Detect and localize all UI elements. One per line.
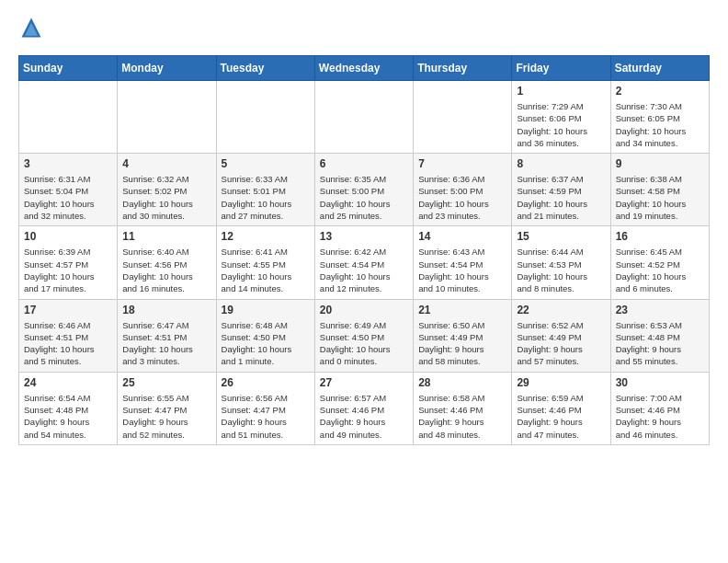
day-number: 12 [222,230,310,243]
day-info: Sunrise: 6:46 AM Sunset: 4:51 PM Dayligh… [24,319,112,368]
calendar-cell: 12Sunrise: 6:41 AM Sunset: 4:55 PM Dayli… [216,226,314,299]
day-info: Sunrise: 6:49 AM Sunset: 4:50 PM Dayligh… [320,319,408,368]
day-info: Sunrise: 6:32 AM Sunset: 5:02 PM Dayligh… [122,173,210,222]
calendar-cell: 27Sunrise: 6:57 AM Sunset: 4:46 PM Dayli… [314,372,413,444]
calendar-cell [216,81,314,154]
day-number: 10 [24,230,112,243]
calendar-cell [414,81,512,154]
calendar-cell: 24Sunrise: 6:54 AM Sunset: 4:48 PM Dayli… [19,372,118,444]
day-info: Sunrise: 6:38 AM Sunset: 4:58 PM Dayligh… [616,173,704,222]
calendar-cell: 16Sunrise: 6:45 AM Sunset: 4:52 PM Dayli… [610,226,709,299]
calendar-header-row: SundayMondayTuesdayWednesdayThursdayFrid… [19,56,710,81]
day-info: Sunrise: 6:45 AM Sunset: 4:52 PM Dayligh… [616,246,704,294]
day-number: 1 [517,85,605,98]
day-number: 30 [616,376,704,389]
logo [18,15,48,40]
day-info: Sunrise: 7:30 AM Sunset: 6:05 PM Dayligh… [616,100,704,149]
calendar-cell: 14Sunrise: 6:43 AM Sunset: 4:54 PM Dayli… [414,226,512,299]
calendar-cell [314,81,413,154]
calendar-cell: 21Sunrise: 6:50 AM Sunset: 4:49 PM Dayli… [414,299,512,372]
calendar-cell: 20Sunrise: 6:49 AM Sunset: 4:50 PM Dayli… [314,299,413,372]
day-number: 7 [418,157,506,170]
calendar-cell: 30Sunrise: 7:00 AM Sunset: 4:46 PM Dayli… [610,372,709,444]
day-number: 24 [24,376,112,389]
day-info: Sunrise: 6:50 AM Sunset: 4:49 PM Dayligh… [418,319,506,368]
calendar-cell: 15Sunrise: 6:44 AM Sunset: 4:53 PM Dayli… [512,226,610,299]
day-info: Sunrise: 6:53 AM Sunset: 4:48 PM Dayligh… [616,319,704,368]
calendar-day-header: Saturday [610,56,709,81]
calendar-cell: 11Sunrise: 6:40 AM Sunset: 4:56 PM Dayli… [118,226,216,299]
day-info: Sunrise: 6:54 AM Sunset: 4:48 PM Dayligh… [24,392,112,441]
calendar-cell: 19Sunrise: 6:48 AM Sunset: 4:50 PM Dayli… [216,299,314,372]
calendar-cell: 29Sunrise: 6:59 AM Sunset: 4:46 PM Dayli… [512,372,610,444]
calendar-day-header: Tuesday [216,56,314,81]
calendar-week-row: 24Sunrise: 6:54 AM Sunset: 4:48 PM Dayli… [19,372,710,444]
calendar-cell: 28Sunrise: 6:58 AM Sunset: 4:46 PM Dayli… [414,372,512,444]
calendar-week-row: 17Sunrise: 6:46 AM Sunset: 4:51 PM Dayli… [19,299,710,372]
calendar-week-row: 1Sunrise: 7:29 AM Sunset: 6:06 PM Daylig… [19,81,710,154]
calendar-day-header: Friday [512,56,610,81]
calendar-cell: 6Sunrise: 6:35 AM Sunset: 5:00 PM Daylig… [314,154,413,226]
calendar-day-header: Sunday [19,56,118,81]
day-number: 19 [222,304,310,316]
calendar-cell: 2Sunrise: 7:30 AM Sunset: 6:05 PM Daylig… [610,81,709,154]
day-number: 4 [122,157,210,170]
calendar-cell: 10Sunrise: 6:39 AM Sunset: 4:57 PM Dayli… [19,226,118,299]
calendar-cell: 18Sunrise: 6:47 AM Sunset: 4:51 PM Dayli… [118,299,216,372]
page: SundayMondayTuesdayWednesdayThursdayFrid… [0,0,728,464]
day-number: 2 [616,85,704,98]
day-info: Sunrise: 6:41 AM Sunset: 4:55 PM Dayligh… [222,246,310,294]
day-info: Sunrise: 6:52 AM Sunset: 4:49 PM Dayligh… [517,319,605,368]
day-info: Sunrise: 6:31 AM Sunset: 5:04 PM Dayligh… [24,173,112,222]
day-number: 18 [122,304,210,316]
calendar-cell: 17Sunrise: 6:46 AM Sunset: 4:51 PM Dayli… [19,299,118,372]
day-info: Sunrise: 6:59 AM Sunset: 4:46 PM Dayligh… [517,392,605,441]
calendar-cell: 26Sunrise: 6:56 AM Sunset: 4:47 PM Dayli… [216,372,314,444]
day-number: 13 [320,230,408,243]
day-info: Sunrise: 6:37 AM Sunset: 4:59 PM Dayligh… [517,173,605,222]
day-info: Sunrise: 6:39 AM Sunset: 4:57 PM Dayligh… [24,246,112,294]
day-number: 11 [122,230,210,243]
day-number: 22 [517,304,605,316]
day-info: Sunrise: 6:56 AM Sunset: 4:47 PM Dayligh… [222,392,310,441]
day-number: 17 [24,304,112,316]
day-info: Sunrise: 6:35 AM Sunset: 5:00 PM Dayligh… [320,173,408,222]
day-number: 9 [616,157,704,170]
calendar-week-row: 10Sunrise: 6:39 AM Sunset: 4:57 PM Dayli… [19,226,710,299]
calendar-table: SundayMondayTuesdayWednesdayThursdayFrid… [18,55,710,445]
day-info: Sunrise: 6:58 AM Sunset: 4:46 PM Dayligh… [418,392,506,441]
calendar-cell: 5Sunrise: 6:33 AM Sunset: 5:01 PM Daylig… [216,154,314,226]
day-number: 28 [418,376,506,389]
day-number: 20 [320,304,408,316]
calendar-week-row: 3Sunrise: 6:31 AM Sunset: 5:04 PM Daylig… [19,154,710,226]
day-number: 26 [222,376,310,389]
calendar-cell: 9Sunrise: 6:38 AM Sunset: 4:58 PM Daylig… [610,154,709,226]
calendar-cell: 4Sunrise: 6:32 AM Sunset: 5:02 PM Daylig… [118,154,216,226]
day-number: 21 [418,304,506,316]
day-info: Sunrise: 7:29 AM Sunset: 6:06 PM Dayligh… [517,100,605,149]
day-number: 29 [517,376,605,389]
day-info: Sunrise: 6:33 AM Sunset: 5:01 PM Dayligh… [222,173,310,222]
calendar-cell [118,81,216,154]
header [18,15,710,40]
calendar-day-header: Monday [118,56,216,81]
calendar-cell: 25Sunrise: 6:55 AM Sunset: 4:47 PM Dayli… [118,372,216,444]
day-info: Sunrise: 6:40 AM Sunset: 4:56 PM Dayligh… [122,246,210,294]
day-number: 14 [418,230,506,243]
day-info: Sunrise: 6:57 AM Sunset: 4:46 PM Dayligh… [320,392,408,441]
day-info: Sunrise: 6:43 AM Sunset: 4:54 PM Dayligh… [418,246,506,294]
day-info: Sunrise: 7:00 AM Sunset: 4:46 PM Dayligh… [616,392,704,441]
calendar-day-header: Thursday [414,56,512,81]
day-number: 16 [616,230,704,243]
calendar-cell [19,81,118,154]
logo-icon [18,15,44,40]
day-info: Sunrise: 6:42 AM Sunset: 4:54 PM Dayligh… [320,246,408,294]
calendar-cell: 1Sunrise: 7:29 AM Sunset: 6:06 PM Daylig… [512,81,610,154]
day-number: 23 [616,304,704,316]
day-number: 25 [122,376,210,389]
calendar-cell: 22Sunrise: 6:52 AM Sunset: 4:49 PM Dayli… [512,299,610,372]
calendar-cell: 13Sunrise: 6:42 AM Sunset: 4:54 PM Dayli… [314,226,413,299]
day-info: Sunrise: 6:44 AM Sunset: 4:53 PM Dayligh… [517,246,605,294]
calendar-cell: 23Sunrise: 6:53 AM Sunset: 4:48 PM Dayli… [610,299,709,372]
calendar-cell: 3Sunrise: 6:31 AM Sunset: 5:04 PM Daylig… [19,154,118,226]
